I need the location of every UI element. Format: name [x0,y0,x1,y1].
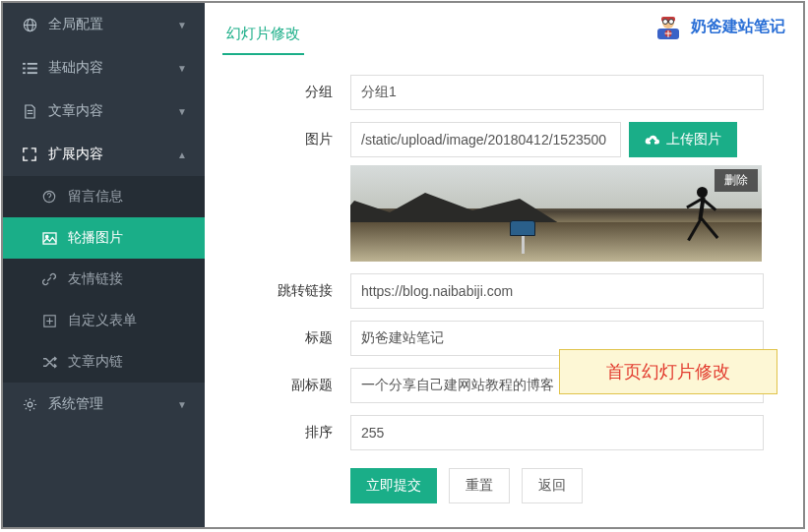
chevron-up-icon: ▲ [177,149,187,160]
cloud-upload-icon [645,134,660,147]
expand-icon [21,148,38,161]
input-image-path[interactable] [350,122,621,157]
chevron-down-icon: ▼ [177,63,187,74]
tab-slide-edit[interactable]: 幻灯片修改 [222,15,304,55]
submit-button[interactable]: 立即提交 [350,468,437,503]
delete-image-button[interactable]: 删除 [715,169,758,192]
submenu-carousel[interactable]: 轮播图片 [3,217,205,259]
menu-label: 系统管理 [48,395,103,413]
callout-annotation: 首页幻灯片修改 [559,349,777,394]
menu-label: 全局配置 [48,16,103,33]
image-icon [40,232,58,245]
plus-square-icon [40,315,58,327]
link-icon [40,272,58,286]
submenu-article-inlink[interactable]: 文章内链 [3,341,205,383]
sidebar: 全局配置 ▼ 基础内容 ▼ 文章内容 ▼ 扩展内容 ▲ 留言信息 轮播图片 [3,3,205,527]
input-sort[interactable] [350,415,764,450]
submenu-label: 留言信息 [68,188,123,206]
svg-rect-12 [43,232,56,243]
submenu-custom-form[interactable]: 自定义表单 [3,300,205,341]
brand-logo-icon [652,13,685,40]
main-panel: 奶爸建站笔记 幻灯片修改 分组 图片 上传图片 删除 跳转链接 [205,3,803,527]
submenu-label: 自定义表单 [68,312,137,329]
submenu-message[interactable]: 留言信息 [3,176,205,217]
svg-rect-6 [27,67,36,69]
svg-rect-5 [23,67,26,69]
svg-point-20 [663,20,668,25]
shuffle-icon [40,356,58,369]
label-group: 分组 [222,75,350,101]
chevron-down-icon: ▼ [177,399,187,410]
menu-label: 扩展内容 [48,146,103,163]
menu-system[interactable]: 系统管理 ▼ [3,383,205,426]
submenu-links[interactable]: 友情链接 [3,259,205,300]
brand-link[interactable]: 奶爸建站笔记 [652,13,785,40]
submenu-extend: 留言信息 轮播图片 友情链接 自定义表单 文章内链 [3,176,205,383]
globe-icon [21,18,38,32]
file-icon [21,104,38,119]
bars-icon [21,62,38,75]
reset-button[interactable]: 重置 [449,468,510,503]
chevron-down-icon: ▼ [177,20,187,30]
menu-label: 基础内容 [48,59,103,77]
brand-text: 奶爸建站笔记 [691,17,785,37]
question-icon [40,190,58,204]
back-button[interactable]: 返回 [522,468,583,503]
input-group[interactable] [350,75,764,110]
svg-rect-8 [27,72,36,74]
menu-global-config[interactable]: 全局配置 ▼ [3,3,205,46]
menu-basic-content[interactable]: 基础内容 ▼ [3,46,205,89]
label-link: 跳转链接 [222,273,350,300]
submenu-label: 文章内链 [68,353,123,371]
submenu-label: 友情链接 [68,270,123,288]
svg-rect-7 [23,72,26,74]
upload-button-label: 上传图片 [666,131,721,148]
svg-point-17 [28,402,32,407]
label-subtitle: 副标题 [222,368,350,394]
svg-rect-3 [23,62,26,64]
svg-point-13 [45,235,47,237]
menu-extend-content[interactable]: 扩展内容 ▲ [3,133,205,176]
chevron-down-icon: ▼ [177,106,187,117]
label-title: 标题 [222,321,350,347]
menu-label: 文章内容 [48,102,103,120]
svg-rect-4 [27,62,36,64]
label-image: 图片 [222,122,350,148]
label-sort: 排序 [222,415,350,442]
submenu-label: 轮播图片 [68,229,123,247]
svg-point-21 [669,20,674,25]
gear-icon [21,397,38,412]
upload-button[interactable]: 上传图片 [629,122,737,157]
input-link[interactable] [350,273,764,309]
image-preview: 删除 [350,165,762,262]
menu-article-content[interactable]: 文章内容 ▼ [3,89,205,133]
